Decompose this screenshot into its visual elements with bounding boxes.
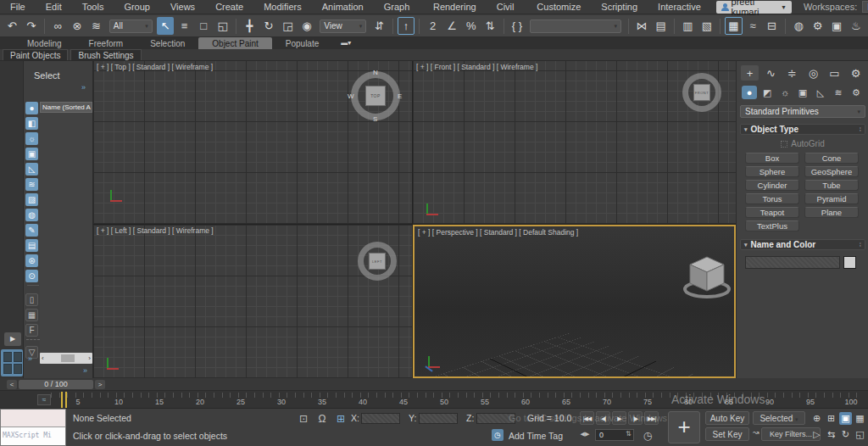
select-and-link-button[interactable]: ∞: [49, 17, 67, 35]
menu-item-graph-editors[interactable]: Graph Editors: [374, 0, 423, 14]
object-name-input[interactable]: [745, 256, 840, 269]
set-key-button[interactable]: Set Key: [705, 427, 749, 441]
maxscript-mini-listener[interactable]: MAXScript Mi: [0, 409, 66, 446]
expand-chevron-icon[interactable]: »: [28, 354, 32, 363]
primitives-dropdown[interactable]: Standard Primitives ▾: [740, 105, 865, 118]
time-slider[interactable]: 0 / 100: [19, 380, 93, 389]
tab-modify[interactable]: ∿: [762, 65, 780, 81]
menu-item-animation[interactable]: Animation: [312, 0, 374, 14]
viewcube-perspective[interactable]: [677, 250, 736, 303]
sort-by-frozen-icon[interactable]: F: [25, 324, 38, 337]
display-shapes-icon[interactable]: ◧: [25, 117, 38, 130]
viewcube-east[interactable]: E: [398, 92, 402, 100]
mini-curve-editor-button[interactable]: ≈: [37, 394, 51, 405]
viewport-perspective[interactable]: [ + ] [ Perspective ] [ Standard ] [ Def…: [413, 225, 736, 378]
viewcube-top[interactable]: N S W E TOP: [351, 71, 402, 122]
menu-item-civil-view[interactable]: Civil View: [487, 0, 527, 14]
tab-utilities[interactable]: ⚙: [847, 65, 865, 81]
previous-frame-arrow[interactable]: <: [7, 380, 17, 389]
display-geometry-icon[interactable]: ●: [25, 102, 38, 114]
viewport-left-label[interactable]: [ + ] [ Left ] [ Standard ] [ Wireframe …: [97, 226, 214, 235]
redo-button[interactable]: ↷: [23, 17, 41, 35]
primitive-button-sphere[interactable]: Sphere: [745, 166, 799, 177]
viewcube-west[interactable]: W: [348, 92, 354, 100]
align-button[interactable]: ▤: [652, 17, 670, 35]
sort-by-name-icon[interactable]: ▯: [25, 293, 38, 306]
tab-motion[interactable]: ◎: [804, 65, 822, 81]
primitive-button-plane[interactable]: Plane: [804, 207, 859, 218]
edit-named-selection-sets-button[interactable]: { }: [509, 17, 526, 35]
viewport-left[interactable]: [ + ] [ Left ] [ Standard ] [ Wireframe …: [93, 225, 412, 378]
viewcube-front[interactable]: FRONT: [682, 73, 723, 114]
rectangular-selection-region-button[interactable]: □: [195, 17, 213, 35]
ribbon-minimize-icon[interactable]: ▬▾: [341, 37, 351, 49]
display-space-warps-icon[interactable]: ≋: [25, 178, 38, 191]
display-materials-icon[interactable]: ◍: [25, 209, 38, 221]
select-object-button[interactable]: ↖: [157, 17, 175, 35]
viewport-front[interactable]: [ + ] [ Front ] [ Standard ] [ Wireframe…: [413, 61, 736, 224]
toggle-scene-explorer-button[interactable]: ▥: [679, 17, 697, 35]
sort-by-type-icon[interactable]: ▦: [25, 309, 38, 321]
category-shapes[interactable]: ◩: [760, 86, 775, 99]
viewcube-face[interactable]: LEFT: [369, 253, 386, 270]
auto-key-button[interactable]: Auto Key: [705, 411, 749, 425]
render-setup-button[interactable]: ⚙: [809, 17, 826, 35]
ribbon-subtab-paint-objects[interactable]: Paint Objects: [3, 49, 68, 60]
toggle-ribbon-button[interactable]: ▦: [725, 17, 743, 35]
rendered-frame-window-button[interactable]: ▣: [828, 17, 846, 35]
menu-item-file[interactable]: File: [0, 0, 36, 14]
select-by-name-button[interactable]: ≡: [175, 17, 193, 35]
render-production-button[interactable]: ♨: [847, 17, 865, 35]
viewport-perspective-label[interactable]: [ + ] [ Perspective ] [ Standard ] [ Def…: [418, 228, 578, 237]
ribbon-tab-object-paint[interactable]: Object Paint: [198, 37, 271, 49]
category-geometry[interactable]: ●: [742, 86, 757, 99]
display-bones-icon[interactable]: ✎: [25, 224, 38, 237]
curve-editor-button[interactable]: ≈: [744, 17, 762, 35]
menu-item-group[interactable]: Group: [114, 0, 160, 14]
viewcube-left[interactable]: LEFT: [358, 242, 398, 282]
viewport-layout-tab[interactable]: [1, 349, 23, 376]
toggle-layer-explorer-button[interactable]: ▧: [698, 17, 716, 35]
viewcube-south[interactable]: S: [373, 115, 377, 123]
category-space-warps[interactable]: ≋: [831, 86, 846, 99]
select-and-manipulate-button[interactable]: ↑: [398, 17, 415, 35]
primitive-button-box[interactable]: Box: [745, 153, 799, 164]
display-lights-icon[interactable]: ☼: [25, 132, 38, 145]
viewport-top-label[interactable]: [ + ] [ Top ] [ Standard ] [ Wireframe ]: [97, 63, 213, 71]
angle-snap-toggle[interactable]: ∠: [443, 17, 461, 35]
set-keys-button[interactable]: +: [668, 411, 700, 443]
selection-filter-dropdown[interactable]: All▾: [109, 20, 153, 33]
material-editor-button[interactable]: ◍: [790, 17, 808, 35]
zoom-button[interactable]: ⊕: [810, 412, 823, 425]
scroll-right-arrow[interactable]: ›: [88, 354, 91, 362]
bind-to-space-warp-button[interactable]: ≋: [87, 17, 105, 35]
primitive-button-cylinder[interactable]: Cylinder: [745, 180, 799, 191]
ribbon-tab-selection[interactable]: Selection: [136, 37, 198, 49]
viewcube-face[interactable]: FRONT: [693, 84, 710, 101]
tab-display[interactable]: ▭: [826, 65, 843, 81]
zoom-all-button[interactable]: ⊞: [825, 412, 837, 425]
primitive-button-torus[interactable]: Torus: [745, 193, 799, 204]
tab-create[interactable]: +: [741, 65, 759, 81]
maxscript-listener-pane[interactable]: MAXScript Mi: [1, 427, 65, 445]
display-hidden-icon[interactable]: ⊙: [25, 270, 38, 282]
ribbon-subtab-brush-settings[interactable]: Brush Settings: [70, 49, 141, 60]
current-frame-marker[interactable]: [61, 392, 67, 408]
zoom-extents-all-button[interactable]: ▦: [854, 412, 866, 425]
isolate-selection-toggle[interactable]: ⊡: [297, 413, 310, 425]
ribbon-tab-populate[interactable]: Populate: [272, 37, 332, 49]
orbit-button[interactable]: ↻: [839, 428, 852, 441]
play-animation-mini-button[interactable]: ▶: [4, 332, 21, 346]
unlink-selection-button[interactable]: ⊗: [69, 17, 86, 35]
name-column-header[interactable]: Name (Sorted A: [40, 102, 92, 113]
pan-view-button[interactable]: ⇆: [825, 428, 837, 441]
display-frozen-icon[interactable]: ⊛: [25, 254, 38, 267]
key-mode-toggle[interactable]: ◀▶: [578, 431, 592, 438]
tab-hierarchy[interactable]: ≑: [783, 65, 801, 81]
menu-item-modifiers[interactable]: Modifiers: [253, 0, 312, 14]
use-pivot-point-center-button[interactable]: ⇵: [370, 17, 388, 35]
category-cameras[interactable]: ▣: [795, 86, 810, 99]
user-account-menu[interactable]: preeti kumari ▼: [716, 1, 792, 14]
selection-lock-toggle[interactable]: Ω: [315, 413, 329, 425]
menu-item-tools[interactable]: Tools: [72, 0, 114, 14]
